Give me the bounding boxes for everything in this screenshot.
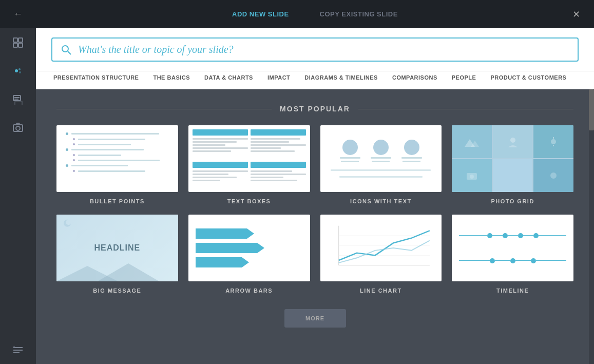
- nav-tab-people[interactable]: PEOPLE: [445, 71, 484, 84]
- svg-point-17: [62, 46, 68, 52]
- slide-label-text-boxes: TEXT BOXES: [227, 198, 271, 204]
- photo-cell-3: [533, 125, 573, 158]
- mountain-bg-icon: [56, 261, 159, 281]
- photo-cell-5: [493, 159, 533, 192]
- nav-tab-the-basics[interactable]: THE BASICS: [146, 71, 197, 84]
- load-more-button[interactable]: MORE: [284, 309, 346, 328]
- big-message-text: HEADLINE: [94, 243, 140, 253]
- nav-tab-data-charts[interactable]: DATA & CHARTS: [197, 71, 260, 84]
- slide-card-timeline[interactable]: TIMELINE: [452, 215, 573, 294]
- close-button[interactable]: ✕: [568, 7, 584, 22]
- nav-tab-impact[interactable]: IMPACT: [260, 71, 297, 84]
- slides-content: MOST POPULAR BULLET PO: [36, 89, 594, 364]
- search-input[interactable]: [78, 44, 569, 55]
- person-icon: [507, 136, 519, 147]
- slide-card-photo-grid[interactable]: PHOTO GRID: [452, 125, 573, 204]
- star-icon: [548, 170, 559, 181]
- slide-label-arrow-bars: ARROW BARS: [225, 288, 273, 294]
- slide-label-photo-grid: PHOTO GRID: [491, 198, 534, 204]
- svg-marker-29: [98, 263, 159, 281]
- sidebar: ←: [0, 0, 36, 364]
- camera-icon: [12, 122, 24, 133]
- tab-copy-existing-slide[interactable]: COPY EXISTING SLIDE: [304, 0, 413, 28]
- svg-point-21: [510, 138, 515, 143]
- load-more-label: MORE: [305, 315, 324, 321]
- search-area: [36, 28, 594, 71]
- nav-tab-comparisons[interactable]: COMPARISONS: [385, 71, 445, 84]
- svg-rect-0: [13, 38, 17, 42]
- slide-thumb-icons-with-text: [320, 125, 442, 192]
- sidebar-item-list[interactable]: [0, 336, 36, 364]
- svg-rect-1: [18, 38, 23, 42]
- svg-rect-16: [13, 347, 15, 348]
- most-popular-heading: MOST POPULAR: [56, 105, 573, 113]
- svg-point-12: [16, 126, 20, 130]
- slide-thumb-photo-grid: [452, 125, 573, 192]
- dots-icon: [12, 65, 24, 76]
- photo-cell-6: [533, 159, 573, 192]
- svg-point-26: [470, 175, 474, 179]
- svg-line-18: [68, 51, 71, 54]
- sidebar-back-button[interactable]: ←: [0, 0, 36, 28]
- grid-icon: [12, 37, 24, 48]
- sidebar-item-slides[interactable]: [0, 85, 36, 113]
- camera-thumb-icon: [466, 171, 477, 180]
- slide-thumb-line-chart: [320, 215, 442, 281]
- nav-tab-presentation-structure[interactable]: PRESENTATION STRUCTURE: [46, 71, 146, 84]
- slides-grid: BULLET POINTS: [56, 125, 573, 294]
- category-nav: PRESENTATION STRUCTURE THE BASICS DATA &…: [36, 71, 594, 89]
- nav-tab-diagrams-timelines[interactable]: DIAGRAMS & TIMELINES: [297, 71, 385, 84]
- mountain-icon: [465, 137, 479, 147]
- slide-label-icons-with-text: ICONS WITH TEXT: [350, 198, 412, 204]
- slide-thumb-timeline: [452, 215, 573, 281]
- search-icon: [61, 44, 72, 55]
- sun-icon: [548, 136, 559, 147]
- list-icon: [12, 344, 24, 356]
- svg-rect-3: [18, 43, 23, 47]
- moon-icon: [64, 219, 73, 228]
- slide-card-arrow-bars[interactable]: ARROW BARS: [188, 215, 310, 294]
- photo-cell-1: [452, 125, 492, 158]
- photo-cell-2: [493, 125, 533, 158]
- back-icon[interactable]: ←: [13, 9, 23, 20]
- nav-tab-product-customers[interactable]: PRODUCT & CUSTOMERS: [483, 71, 573, 84]
- sidebar-item-camera[interactable]: [0, 113, 36, 141]
- slide-card-icons-with-text[interactable]: ICONS WITH TEXT: [320, 125, 442, 204]
- tab-add-new-slide[interactable]: ADD NEW SLIDE: [217, 0, 304, 28]
- main-panel: ADD NEW SLIDE COPY EXISTING SLIDE ✕ PRES…: [36, 0, 594, 364]
- slide-card-text-boxes[interactable]: TEXT BOXES: [188, 125, 310, 204]
- sidebar-item-grid[interactable]: [0, 28, 36, 56]
- slide-label-line-chart: LINE CHART: [360, 288, 402, 294]
- svg-point-5: [18, 68, 21, 70]
- slide-label-timeline: TIMELINE: [496, 288, 529, 294]
- line-chart-svg: [327, 221, 436, 275]
- dialog-header: ADD NEW SLIDE COPY EXISTING SLIDE ✕: [36, 0, 594, 28]
- search-box: [51, 37, 579, 62]
- sidebar-item-dots[interactable]: [0, 56, 36, 85]
- slide-thumb-big-message: HEADLINE: [56, 215, 178, 281]
- slide-thumb-arrow-bars: [188, 215, 310, 281]
- header-tabs: ADD NEW SLIDE COPY EXISTING SLIDE: [62, 0, 568, 28]
- svg-rect-8: [15, 101, 22, 105]
- svg-point-4: [15, 69, 18, 72]
- slides-icon: [12, 93, 24, 105]
- slide-card-big-message[interactable]: HEADLINE BIG MESSAGE: [56, 215, 178, 294]
- slide-card-bullet-points[interactable]: BULLET POINTS: [56, 125, 178, 204]
- slide-label-big-message: BIG MESSAGE: [93, 288, 141, 294]
- svg-point-6: [19, 71, 21, 73]
- slide-card-line-chart[interactable]: LINE CHART: [320, 215, 442, 294]
- slide-thumb-bullet-points: [56, 125, 178, 192]
- svg-rect-2: [13, 43, 17, 47]
- svg-point-27: [550, 173, 557, 179]
- photo-cell-4: [452, 159, 492, 192]
- slide-label-bullet-points: BULLET POINTS: [90, 198, 145, 204]
- slide-thumb-text-boxes: [188, 125, 310, 192]
- svg-point-22: [551, 139, 556, 144]
